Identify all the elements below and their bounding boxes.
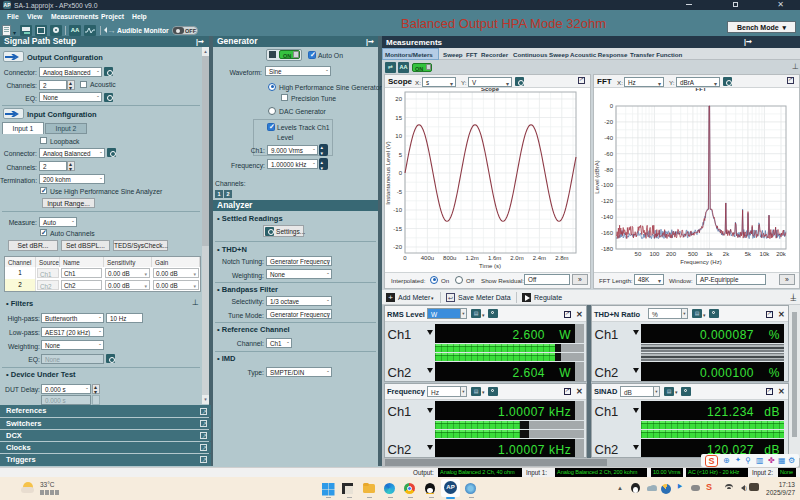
svg-text:200: 200 [666, 251, 677, 257]
svg-text:-5: -5 [397, 189, 403, 195]
svg-text:-100: -100 [601, 182, 614, 188]
svg-text:-160: -160 [601, 230, 614, 236]
svg-text:-10: -10 [393, 207, 402, 213]
svg-text:-20: -20 [604, 119, 613, 125]
svg-text:800u: 800u [443, 255, 456, 261]
svg-text:0: 0 [403, 255, 407, 261]
svg-text:20: 20 [395, 96, 402, 102]
svg-text:20k: 20k [776, 251, 787, 257]
svg-text:2.0m: 2.0m [510, 255, 523, 261]
svg-text:2.8m: 2.8m [555, 255, 568, 261]
svg-text:-120: -120 [601, 198, 614, 204]
svg-text:-180: -180 [601, 246, 614, 252]
svg-text:2k: 2k [723, 251, 730, 257]
svg-text:0: 0 [610, 103, 614, 109]
svg-text:1k: 1k [706, 251, 713, 257]
svg-text:Frequency (Hz): Frequency (Hz) [680, 259, 721, 265]
svg-text:Instantaneous Level (V): Instantaneous Level (V) [385, 141, 391, 204]
svg-text:5: 5 [399, 152, 403, 158]
svg-text:1.6m: 1.6m [488, 255, 501, 261]
svg-text:FFT: FFT [696, 88, 707, 92]
svg-text:-60: -60 [604, 151, 613, 157]
svg-text:10: 10 [395, 133, 402, 139]
svg-text:500: 500 [688, 251, 699, 257]
svg-text:1.2m: 1.2m [466, 255, 479, 261]
svg-text:-140: -140 [601, 214, 614, 220]
svg-text:-40: -40 [604, 135, 613, 141]
svg-text:-20: -20 [393, 244, 402, 250]
svg-text:10k: 10k [760, 251, 771, 257]
svg-text:0: 0 [399, 170, 403, 176]
svg-text:100: 100 [649, 251, 660, 257]
svg-text:-15: -15 [393, 226, 402, 232]
svg-text:Time (s): Time (s) [479, 263, 501, 269]
svg-text:50: 50 [635, 251, 642, 257]
svg-text:Scope: Scope [481, 88, 500, 92]
svg-text:5k: 5k [745, 251, 752, 257]
svg-text:15: 15 [395, 115, 402, 121]
svg-text:2.4m: 2.4m [533, 255, 546, 261]
svg-text:400u: 400u [421, 255, 434, 261]
svg-text:Level (dBrA): Level (dBrA) [594, 160, 600, 193]
svg-text:-80: -80 [604, 167, 613, 173]
